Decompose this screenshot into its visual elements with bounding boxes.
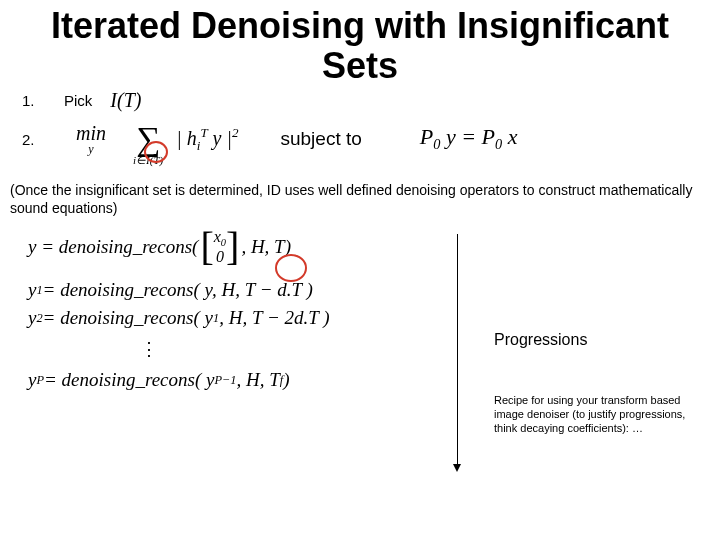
- step-2-row: 2. min y ∑ i∈I(T) | hiT y |2 subject to …: [0, 112, 720, 160]
- constraint-x: x: [502, 124, 517, 149]
- constraint-mid: y = P: [440, 124, 495, 149]
- subject-to-label: subject to: [280, 128, 361, 150]
- constraint-P1: P: [420, 124, 433, 149]
- progressions-label: Progressions: [494, 331, 587, 349]
- term-mid: y |: [208, 127, 232, 149]
- term-sup-T: T: [200, 125, 207, 140]
- min-subscript: y: [88, 143, 93, 155]
- term-open: | h: [176, 127, 197, 149]
- eq4-sup: P: [36, 373, 44, 388]
- step-1-number: 1.: [22, 92, 46, 109]
- eq1-lhs: y = denoising_recons(: [28, 236, 198, 258]
- equation-group: y1 = denoising_recons( y, H, T − d.T ) y…: [0, 268, 720, 394]
- eq4-tail: , H, T: [236, 369, 279, 391]
- eq2-y: y: [28, 279, 36, 301]
- highlight-circle-1: [144, 141, 168, 163]
- eq1-vec-bot: 0: [214, 249, 226, 265]
- min-operator: min y: [76, 123, 106, 155]
- step-1-formula: I(T): [110, 89, 141, 112]
- recipe-text: Recipe for using your transform based im…: [494, 394, 710, 435]
- step-2-number: 2.: [22, 131, 46, 148]
- vertical-ellipsis: ⋮: [0, 332, 720, 366]
- min-text: min: [76, 123, 106, 143]
- constraint-formula: P0 y = P0 x: [420, 124, 518, 153]
- eq4-arg-sup: P−1: [214, 373, 236, 388]
- equation-2: y1 = denoising_recons( y, H, T − d.T ): [0, 276, 720, 304]
- equation-3: y2 = denoising_recons( y1, H, T − 2d.T ): [0, 304, 720, 332]
- explanation-paragraph: (Once the insignificant set is determine…: [0, 160, 720, 223]
- sum-term: | hiT y |2: [176, 125, 238, 154]
- equation-4: yP = denoising_recons( yP−1, H, Tf ): [0, 366, 720, 394]
- eq1-vector: [ x0 0 ]: [200, 229, 239, 265]
- eq2-body: = denoising_recons( y, H, T − d.T ): [43, 279, 313, 301]
- equation-1: y = denoising_recons( [ x0 0 ] , H, T): [0, 223, 720, 268]
- eq4-close: ): [283, 369, 289, 391]
- eq3-y: y: [28, 307, 36, 329]
- eq1-vec-top: x: [214, 228, 221, 245]
- eq3-body: = denoising_recons( y: [43, 307, 213, 329]
- term-squared: 2: [232, 125, 239, 140]
- eq4-body: = denoising_recons( y: [44, 369, 214, 391]
- slide-title: Iterated Denoising with Insignificant Se…: [0, 0, 720, 87]
- eq3-tail: , H, T − 2d.T ): [219, 307, 329, 329]
- step-1-label: Pick: [64, 92, 92, 109]
- progressions-arrow: [456, 234, 460, 472]
- step-1-row: 1. Pick I(T): [0, 87, 720, 112]
